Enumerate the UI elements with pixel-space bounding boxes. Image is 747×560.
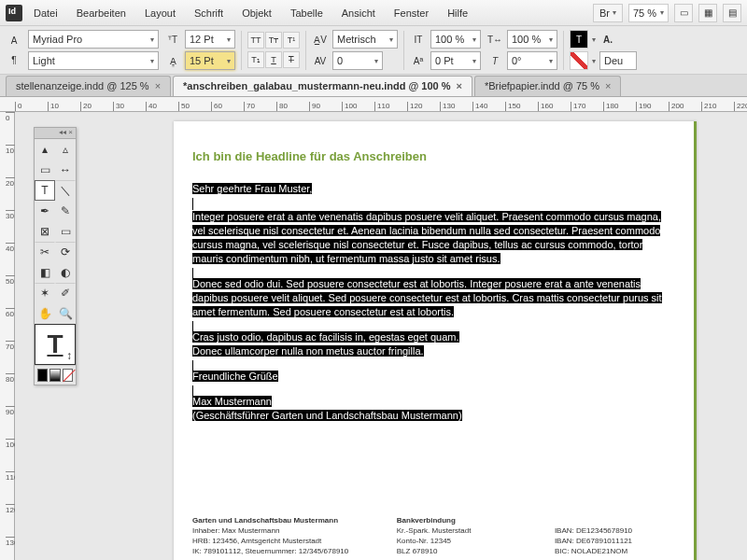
note-tool-icon[interactable]: ✶ [35,283,55,303]
doc-tab-3[interactable]: *Briefpapier.indd @ 75 %× [474,76,622,96]
rect-tool-icon[interactable]: ▭ [55,221,76,242]
close-icon[interactable]: × [155,80,161,91]
pencil-tool-icon[interactable]: ✎ [55,201,76,221]
leading-input[interactable]: 15 Pt▾ [185,51,235,70]
kerning-icon: A̲V [312,31,329,48]
menu-tabelle[interactable]: Tabelle [283,5,331,21]
menu-datei[interactable]: Datei [26,5,65,21]
headline-text[interactable]: Ich bin die Headline für das Anschreiben [192,149,675,163]
view-options-icon[interactable]: ▦ [698,4,717,22]
font-family-select[interactable]: Myriad Pro▾ [28,30,159,49]
hscale-icon: T↔ [486,31,503,48]
close-icon[interactable]: × [457,80,462,91]
panel-collapse-icon[interactable]: ◂◂ × [35,128,76,139]
screen-mode-icon[interactable]: ▭ [674,4,693,22]
subscript-button[interactable]: T₁ [247,51,264,68]
close-icon[interactable]: × [605,80,611,91]
transform-tool-icon[interactable]: ⟳ [55,242,76,262]
apply-gradient-icon[interactable] [49,369,60,382]
skew-input[interactable]: 0°▾ [507,51,557,70]
vertical-ruler: 0102030405060708090100110120130140 [0,112,15,560]
gradient-tool-icon[interactable]: ◧ [35,262,55,283]
horizontal-ruler: 0102030405060708090100110120130140150160… [0,97,747,112]
font-style-select[interactable]: Light▾ [28,51,159,70]
hand-tool-icon[interactable]: ✋ [35,303,55,324]
gradient-feather-tool-icon[interactable]: ◐ [55,262,76,283]
baseline-icon: Aª [410,52,427,69]
smallcaps-button[interactable]: Tᴛ [265,32,282,49]
pen-tool-icon[interactable]: ✒ [35,201,55,221]
stroke-color-icon[interactable] [570,51,588,70]
tracking-input[interactable]: 0▾ [332,51,383,70]
tracking-icon: AV [312,52,329,69]
app-logo [6,5,22,21]
menu-objekt[interactable]: Objekt [234,5,279,21]
bridge-button[interactable]: Br▾ [593,4,623,22]
menu-layout[interactable]: Layout [137,5,183,21]
rect-frame-tool-icon[interactable]: ⊠ [35,221,55,242]
skew-icon: T [486,52,503,69]
doc-tab-1[interactable]: stellenanzeige.indd @ 125 %× [6,76,171,96]
hscale-input[interactable]: 100 %▾ [507,30,557,49]
font-size-input[interactable]: 12 Pt▾ [185,30,235,49]
arrange-icon[interactable]: ▤ [723,4,741,22]
canvas-area[interactable]: Ich bin die Headline für das Anschreiben… [15,112,747,560]
vscale-icon: IT [410,31,427,48]
menu-schrift[interactable]: Schrift [187,5,231,21]
leading-icon: A͇ [164,52,181,69]
direct-select-tool-icon[interactable]: ▵ [55,139,76,160]
language-select[interactable]: Deu [599,51,637,70]
char-style-icon[interactable]: A. [599,31,616,48]
para-mode-icon[interactable]: ¶ [6,51,22,68]
underline-button[interactable]: T [265,51,282,68]
menu-hilfe[interactable]: Hilfe [440,5,475,21]
eyedropper-tool-icon[interactable]: ✐ [55,283,76,303]
gap-tool-icon[interactable]: ↔ [55,160,76,180]
fill-color-icon[interactable]: T [570,30,588,49]
tools-panel: ◂◂ × ▴ ▵ ▭ ↔ T ＼ ✒ ✎ ⊠ ▭ ✂ ⟳ ◧ ◐ ✶ ✐ ✋ 🔍 [34,127,77,385]
menu-ansicht[interactable]: Ansicht [334,5,383,21]
baseline-input[interactable]: 0 Pt▾ [430,51,481,70]
selection-tool-icon[interactable]: ▴ [35,139,55,160]
zoom-tool-icon[interactable]: 🔍 [55,303,76,324]
superscript-button[interactable]: T¹ [283,32,300,49]
kerning-select[interactable]: Metrisch▾ [332,30,398,49]
fill-stroke-icon[interactable] [35,324,76,365]
allcaps-button[interactable]: TT [247,32,264,49]
document-tab-bar: stellenanzeige.indd @ 125 %× *anschreibe… [0,75,747,97]
zoom-select[interactable]: 75 %▾ [628,4,669,22]
strikethrough-button[interactable]: T̶ [283,51,300,68]
control-bar: A ¶ Myriad Pro▾ Light▾ ᵀT12 Pt▾ A͇15 Pt▾… [0,26,747,75]
scissors-tool-icon[interactable]: ✂ [35,242,55,262]
menu-bearbeiten[interactable]: Bearbeiten [69,5,134,21]
document-page[interactable]: Ich bin die Headline für das Anschreiben… [174,121,697,560]
vscale-input[interactable]: 100 %▾ [430,30,481,49]
menu-fenster[interactable]: Fenster [387,5,436,21]
footer-block: Garten und Landschaftsbau Mustermann Inh… [192,515,675,556]
menu-bar: Datei Bearbeiten Layout Schrift Objekt T… [0,0,747,26]
body-text[interactable]: Sehr geehrte Frau Muster, Integer posuer… [192,182,675,423]
line-tool-icon[interactable]: ＼ [55,180,76,201]
doc-tab-2[interactable]: *anschreiben_galabau_mustermann-neu.indd… [173,76,472,96]
font-size-icon: ᵀT [164,31,181,48]
page-tool-icon[interactable]: ▭ [35,160,55,180]
type-tool-icon[interactable]: T [35,180,55,201]
apply-none-icon[interactable] [63,369,73,382]
apply-color-icon[interactable] [37,369,48,382]
char-mode-icon[interactable]: A [6,32,22,49]
